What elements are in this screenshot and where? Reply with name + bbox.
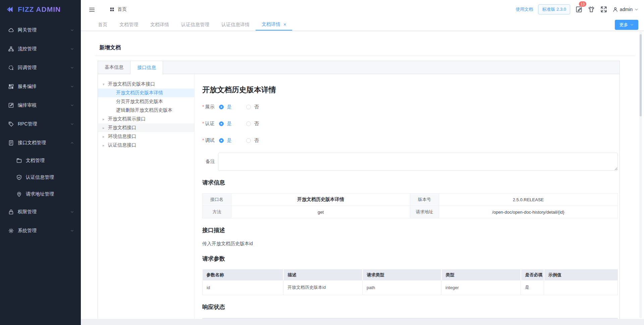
tree-node[interactable]: ▸开放文档接口: [98, 123, 194, 132]
tree-node-label: 开放文档历史版本接口: [108, 81, 155, 87]
params-column-header: 是否必填: [521, 269, 544, 280]
params-column-header: 描述: [283, 269, 363, 280]
tree-caret-icon: ▸: [103, 126, 108, 130]
tree-caret-icon: ▸: [103, 135, 108, 139]
radio-option[interactable]: 否: [246, 104, 259, 110]
fullscreen-button[interactable]: [600, 6, 607, 13]
radio-option-label: 是: [227, 104, 231, 110]
required-mark: *: [202, 104, 204, 109]
radio-circle-icon: [219, 121, 224, 126]
page-title: 新增文档: [99, 44, 635, 51]
usage-doc-link[interactable]: 使用文档: [516, 6, 533, 12]
tab-auth-info-management[interactable]: 认证信息管理: [175, 19, 215, 31]
tree-node[interactable]: ▸环境信息接口: [98, 132, 194, 141]
request-info-row: 方法get请求地址/open-doc/open-doc-history/deta…: [203, 206, 618, 218]
theme-button[interactable]: [588, 6, 595, 13]
radio-option[interactable]: 是: [219, 138, 231, 144]
sidebar-item-flow-control[interactable]: 流控管理: [0, 40, 81, 58]
request-info-value: 2.5.0.RELEASE: [439, 194, 618, 206]
sidebar-item-permission[interactable]: 权限管理: [0, 203, 81, 221]
request-info-value: 开放文档历史版本详情: [231, 194, 410, 206]
form-tab-label: 接口信息: [137, 65, 156, 71]
top-header: 首页 使用文档 标准版 2.3.0 13 admin: [81, 0, 644, 19]
remark-label: 备注: [202, 159, 215, 165]
fizz-fish-logo-icon: [6, 6, 15, 13]
tree-caret-icon: ▾: [103, 83, 108, 86]
params-cell: [544, 280, 618, 295]
grid-icon: [8, 84, 14, 90]
title-divider: [95, 56, 635, 56]
field-label: *展示: [202, 104, 214, 110]
tab-label: 认证信息管理: [181, 22, 209, 28]
form-tab-api-info[interactable]: 接口信息: [130, 61, 163, 74]
radio-option-label: 否: [254, 121, 259, 127]
chevron-down-icon: [70, 229, 74, 233]
radio-row-认证: *认证是否: [202, 120, 618, 127]
sidebar-item-gateway[interactable]: 网关管理: [0, 21, 81, 40]
response-status-heading: 响应状态: [202, 304, 618, 311]
form-tab-basic-info[interactable]: 基本信息: [98, 61, 130, 74]
tab-home[interactable]: 首页: [92, 19, 113, 31]
sidebar-item-api-doc[interactable]: 接口文档管理: [0, 133, 81, 152]
tree-node-label: 认证信息接口: [108, 142, 136, 148]
params-column-header: 示例值: [544, 269, 618, 280]
radio-option[interactable]: 是: [219, 121, 231, 127]
radio-option[interactable]: 否: [246, 121, 259, 127]
more-button-label: 更多: [620, 22, 628, 28]
tree-node[interactable]: ▸认证信息接口: [98, 141, 194, 150]
page-tabbar: 首页文档管理文档详情认证信息管理认证信息详情文档详情× 更多: [81, 19, 644, 31]
request-info-value: /open-doc/open-doc-history/detail/{id}: [439, 206, 618, 218]
chevron-down-icon: [634, 7, 639, 12]
radio-circle-icon: [246, 138, 251, 143]
notification-badge: 13: [579, 1, 587, 7]
content-card: 新增文档 基本信息接口信息 ▾开放文档历史版本接口开放文档历史版本详情分页开放文…: [95, 31, 635, 319]
tree-node-label: 分页开放文档历史版本: [116, 99, 163, 105]
sidebar-item-system[interactable]: 系统管理: [0, 221, 81, 240]
tree-node[interactable]: 逻辑删除开放文档历史版本: [98, 106, 194, 115]
scrollbar-thumb[interactable]: [640, 34, 642, 116]
sidebar-subitem-request-url[interactable]: 请求地址管理: [0, 186, 81, 203]
tree-node-label: 环境信息接口: [108, 133, 136, 140]
radio-option[interactable]: 是: [219, 104, 231, 110]
workorder-button[interactable]: 13: [575, 6, 583, 13]
radio-option[interactable]: 否: [246, 138, 259, 144]
sidebar-subitem-label: 请求地址管理: [26, 191, 74, 197]
sidebar-item-callback[interactable]: 回调管理: [0, 58, 81, 77]
user-menu[interactable]: admin: [612, 7, 639, 12]
tree-node[interactable]: 开放文档历史版本详情: [98, 89, 194, 97]
tree-node-label: 开放文档接口: [108, 125, 136, 131]
radio-option-label: 是: [227, 121, 231, 127]
sidebar-item-label: 回调管理: [18, 65, 70, 71]
radio-row-调试: *调试是否: [202, 137, 618, 144]
sidebar-item-label: 网关管理: [18, 27, 70, 33]
app-title: FIZZ ADMIN: [18, 5, 61, 13]
params-cell: id: [203, 280, 283, 295]
more-button[interactable]: 更多: [615, 20, 638, 30]
breadcrumb[interactable]: 首页: [109, 6, 127, 12]
sidebar-subitem-label: 文档管理: [26, 158, 74, 164]
tab-doc-management[interactable]: 文档管理: [113, 19, 144, 31]
tab-close-icon[interactable]: ×: [283, 22, 286, 27]
tab-doc-detail[interactable]: 文档详情: [144, 19, 175, 31]
sidebar-item-label: 接口文档管理: [18, 140, 70, 146]
sidebar-subitem-auth-info[interactable]: 认证信息管理: [0, 169, 81, 186]
request-info-label: 接口名: [203, 194, 231, 206]
sidebar-item-rpc[interactable]: RPC管理: [0, 115, 81, 133]
tree-node[interactable]: ▾开放文档历史版本接口: [98, 80, 194, 89]
sidebar-item-label: 权限管理: [18, 209, 70, 215]
request-info-table: 接口名开放文档历史版本详情版本号2.5.0.RELEASE方法get请求地址/o…: [202, 193, 618, 218]
sidebar-item-orchestration-audit[interactable]: 编排审核: [0, 96, 81, 115]
tab-auth-info-detail[interactable]: 认证信息详情: [215, 19, 256, 31]
request-info-label: 方法: [203, 206, 231, 218]
radio-option-label: 否: [254, 104, 259, 110]
api-desc-heading: 接口描述: [202, 227, 618, 234]
tree-node[interactable]: ▸开放文档展示接口: [98, 115, 194, 123]
sidebar-subitem-doc-management[interactable]: 文档管理: [0, 152, 81, 169]
remark-textarea[interactable]: [218, 153, 618, 171]
params-cell: integer: [441, 280, 521, 295]
tree-node[interactable]: 分页开放文档历史版本: [98, 97, 194, 106]
sidebar-item-orchestration[interactable]: 服务编排: [0, 77, 81, 96]
hamburger-icon[interactable]: [89, 6, 95, 12]
tab-doc-detail-current[interactable]: 文档详情×: [256, 19, 292, 31]
version-button[interactable]: 标准版 2.3.0: [538, 4, 570, 14]
